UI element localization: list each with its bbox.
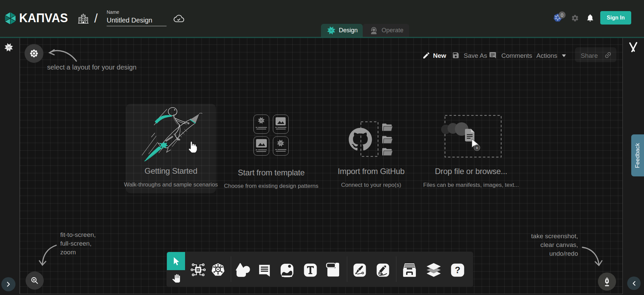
svg-text:?: ?: [455, 265, 461, 275]
